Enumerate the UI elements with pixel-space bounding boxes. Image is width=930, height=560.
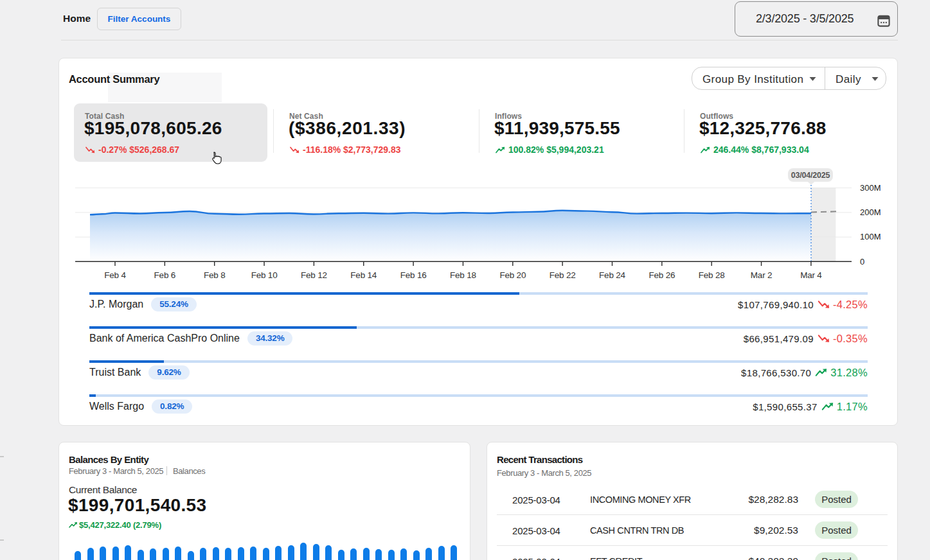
svg-text:03/04/2025: 03/04/2025 xyxy=(791,171,830,180)
